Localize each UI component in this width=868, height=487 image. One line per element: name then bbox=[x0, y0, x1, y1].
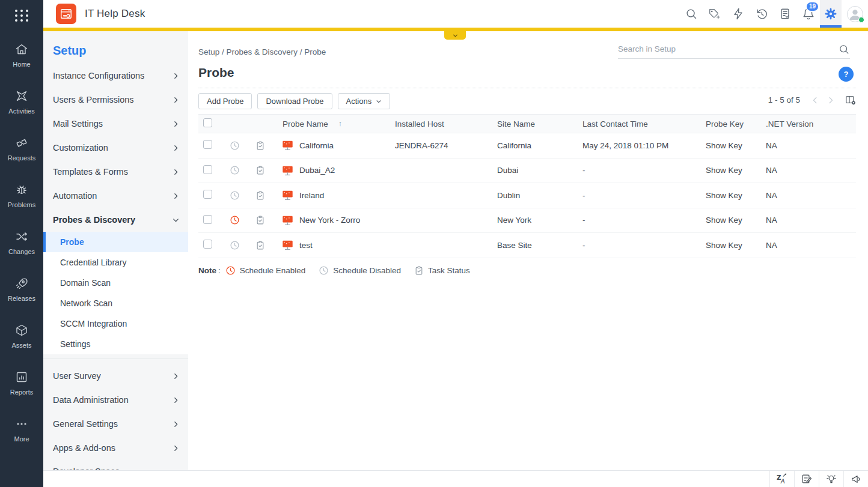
topbar: IT Help Desk bbox=[43, 0, 868, 28]
row-checkbox[interactable] bbox=[203, 190, 212, 199]
help-button[interactable]: ? bbox=[839, 67, 854, 82]
sidebar-item-mail-settings[interactable]: Mail Settings bbox=[43, 112, 188, 136]
sidebar-subitem-network-scan[interactable]: Network Scan bbox=[43, 293, 188, 313]
task-status-icon[interactable] bbox=[246, 240, 274, 250]
sidebar-item-templates-forms[interactable]: Templates & Forms bbox=[43, 160, 188, 184]
chevron-right-icon bbox=[172, 372, 180, 380]
user-avatar[interactable] bbox=[842, 0, 868, 28]
quick-actions-icon[interactable] bbox=[726, 0, 750, 28]
table-row: New York - Zorro New York - Show Key NA bbox=[198, 208, 856, 234]
feedback-icon[interactable] bbox=[794, 471, 819, 487]
sidebar-subitem-probe[interactable]: Probe bbox=[43, 232, 188, 252]
installed-host: JENDRA-6274 bbox=[395, 141, 497, 150]
sidebar-subitem-credential-library[interactable]: Credential Library bbox=[43, 252, 188, 273]
task-status-icon[interactable] bbox=[246, 190, 274, 201]
previous-page-icon[interactable] bbox=[807, 95, 823, 106]
cube-icon bbox=[14, 323, 29, 337]
probe-name[interactable]: Ireland bbox=[299, 191, 324, 200]
more-dots-icon bbox=[14, 417, 29, 431]
column-installed-host[interactable]: Installed Host bbox=[395, 119, 497, 129]
net-version: NA bbox=[766, 216, 856, 225]
app-switcher-icon[interactable] bbox=[0, 0, 43, 31]
rail-item-changes[interactable]: Changes bbox=[0, 219, 43, 265]
sidebar-item-instance-configurations[interactable]: Instance Configurations bbox=[43, 64, 188, 88]
page-title: Probe bbox=[198, 65, 234, 80]
column-settings-icon[interactable] bbox=[845, 94, 856, 106]
notifications-bell-icon[interactable]: 19 bbox=[796, 0, 820, 28]
row-checkbox[interactable] bbox=[203, 240, 212, 249]
rail-item-more[interactable]: More bbox=[0, 406, 43, 453]
sidebar-subitem-domain-scan[interactable]: Domain Scan bbox=[43, 273, 188, 293]
ideas-bulb-icon[interactable] bbox=[819, 471, 843, 487]
probe-name[interactable]: test bbox=[299, 241, 313, 250]
global-search-icon[interactable] bbox=[679, 0, 703, 28]
show-key-link[interactable]: Show Key bbox=[706, 141, 766, 150]
sidebar-subitem-sccm-integration[interactable]: SCCM Integration bbox=[43, 313, 188, 334]
rail-item-releases[interactable]: Releases bbox=[0, 265, 43, 312]
column-probe-name[interactable]: Probe Name bbox=[283, 119, 328, 129]
column-probe-key[interactable]: Probe Key bbox=[706, 119, 766, 129]
probe-monitor-icon bbox=[282, 140, 293, 151]
download-probe-button[interactable]: Download Probe bbox=[257, 93, 332, 109]
show-key-link[interactable]: Show Key bbox=[706, 166, 766, 175]
row-checkbox[interactable] bbox=[203, 215, 212, 224]
sidebar-item-customization[interactable]: Customization bbox=[43, 136, 188, 160]
history-icon[interactable] bbox=[750, 0, 773, 28]
probe-name[interactable]: New York - Zorro bbox=[299, 216, 360, 225]
rail-item-problems[interactable]: Problems bbox=[0, 172, 43, 219]
chevron-right-icon bbox=[172, 144, 180, 152]
column-net-version[interactable]: .NET Version bbox=[766, 119, 856, 129]
probe-monitor-icon bbox=[282, 165, 293, 176]
bottom-utility-bar: Z A bbox=[43, 470, 868, 487]
sidebar-item-user-survey[interactable]: User Survey bbox=[43, 364, 188, 388]
last-contact-time: - bbox=[582, 166, 706, 175]
show-key-link[interactable]: Show Key bbox=[706, 191, 766, 200]
add-probe-button[interactable]: Add Probe bbox=[198, 93, 252, 109]
task-status-icon[interactable] bbox=[246, 165, 274, 175]
show-key-link[interactable]: Show Key bbox=[706, 241, 766, 250]
rail-item-activities[interactable]: Activities bbox=[0, 78, 43, 125]
table-row: Ireland Dublin - Show Key NA bbox=[198, 183, 856, 208]
sort-ascending-icon[interactable]: ↑ bbox=[338, 119, 342, 128]
task-status-icon[interactable] bbox=[246, 215, 274, 225]
site-name: Dubai bbox=[497, 166, 582, 175]
rail-item-requests[interactable]: Requests bbox=[0, 125, 43, 172]
probe-name[interactable]: California bbox=[299, 141, 334, 150]
column-last-contact-time[interactable]: Last Contact Time bbox=[582, 119, 706, 129]
sidebar-item-cutoff[interactable]: Developer Space bbox=[43, 466, 188, 470]
rail-item-reports[interactable]: Reports bbox=[0, 359, 43, 406]
setup-gear-icon[interactable] bbox=[820, 0, 842, 28]
task-status-icon[interactable] bbox=[246, 141, 274, 151]
translate-icon[interactable]: Z A bbox=[769, 471, 794, 487]
sidebar-subitem-settings[interactable]: Settings bbox=[43, 334, 188, 354]
breadcrumb[interactable]: Setup / Probes & Discovery / Probe bbox=[198, 47, 326, 56]
rail-item-home[interactable]: Home bbox=[0, 31, 43, 78]
row-checkbox[interactable] bbox=[203, 165, 212, 174]
caret-down-icon bbox=[376, 98, 382, 104]
last-contact-time: - bbox=[582, 241, 706, 250]
add-tag-icon[interactable] bbox=[703, 0, 726, 28]
chevron-right-icon bbox=[172, 72, 180, 80]
next-page-icon[interactable] bbox=[823, 95, 839, 106]
sidebar-item-apps-addons[interactable]: Apps & Add-ons bbox=[43, 436, 188, 460]
probe-name[interactable]: Dubai_A2 bbox=[299, 166, 335, 175]
sidebar-item-data-administration[interactable]: Data Administration bbox=[43, 388, 188, 412]
show-key-link[interactable]: Show Key bbox=[706, 216, 766, 225]
sidebar-item-automation[interactable]: Automation bbox=[43, 184, 188, 208]
rail-item-assets[interactable]: Assets bbox=[0, 312, 43, 359]
approvals-icon[interactable] bbox=[773, 0, 796, 28]
sidebar-item-general-settings[interactable]: General Settings bbox=[43, 412, 188, 436]
search-icon[interactable] bbox=[838, 43, 850, 55]
column-site-name[interactable]: Site Name bbox=[497, 119, 582, 129]
probe-monitor-icon bbox=[282, 215, 293, 226]
select-all-checkbox[interactable] bbox=[203, 118, 212, 127]
sidebar-item-probes-discovery[interactable]: Probes & Discovery bbox=[43, 208, 188, 232]
announcements-megaphone-icon[interactable] bbox=[843, 471, 868, 487]
title-divider bbox=[198, 88, 856, 88]
chevron-right-icon bbox=[172, 396, 180, 404]
actions-dropdown[interactable]: Actions bbox=[338, 93, 391, 109]
sidebar-item-users-permissions[interactable]: Users & Permissions bbox=[43, 88, 188, 112]
announcement-expand-tab[interactable] bbox=[444, 31, 466, 40]
row-checkbox[interactable] bbox=[203, 140, 212, 149]
search-input[interactable] bbox=[618, 44, 838, 53]
